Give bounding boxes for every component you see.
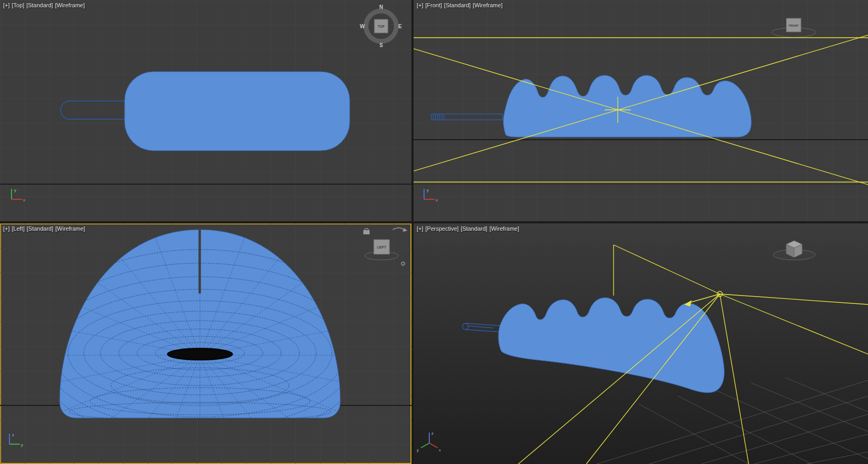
viewport-front[interactable]: [+] [Front] [Standard] [Wireframe] bbox=[414, 0, 868, 221]
viewport-menu-renderer[interactable]: [Standard] bbox=[27, 225, 53, 232]
axis-h-label: x bbox=[436, 198, 438, 202]
axis-gizmo-perspective: z x y bbox=[417, 431, 441, 452]
front-view-canvas: FRONT y x bbox=[414, 0, 868, 221]
compass-east[interactable]: E bbox=[398, 24, 402, 29]
viewport-menu-renderer[interactable]: [Standard] bbox=[26, 2, 53, 8]
viewport-front-label: [+] [Front] [Standard] [Wireframe] bbox=[417, 2, 503, 8]
viewcube-face-label[interactable]: LEFT bbox=[377, 245, 386, 249]
viewcube-face-label[interactable]: FRONT bbox=[789, 24, 799, 27]
popsicle-body-perspective[interactable] bbox=[498, 298, 724, 393]
compass-west[interactable]: W bbox=[360, 24, 365, 29]
viewport-menu-general[interactable]: [+] bbox=[3, 2, 10, 8]
perspective-view-canvas: z x y bbox=[414, 223, 868, 464]
popsicle-stick-perspective[interactable] bbox=[463, 323, 504, 332]
viewport-left[interactable]: [+] [Left] [Standard] [Wireframe] bbox=[0, 223, 411, 464]
stick-socket bbox=[168, 348, 232, 360]
viewport-menu-pov[interactable]: [Left] bbox=[12, 225, 25, 232]
ground-grid-perspective bbox=[597, 378, 868, 464]
viewport-menu-shading[interactable]: [Wireframe] bbox=[489, 225, 519, 232]
bump-seam-grid bbox=[198, 230, 201, 293]
viewport-menu-general[interactable]: [+] bbox=[3, 225, 10, 232]
viewport-perspective-label: [+] [Perspective] [Standard] [Wireframe] bbox=[417, 225, 519, 232]
axis-z-label: z bbox=[431, 431, 433, 436]
viewport-menu-shading[interactable]: [Wireframe] bbox=[55, 225, 85, 232]
axis-x-label: x bbox=[439, 448, 441, 452]
viewport-menu-pov[interactable]: [Perspective] bbox=[426, 225, 459, 232]
viewport-perspective[interactable]: [+] [Perspective] [Standard] [Wireframe] bbox=[414, 223, 868, 464]
viewport-menu-renderer[interactable]: [Standard] bbox=[444, 2, 471, 8]
viewport-top-label: [+] [Top] [Standard] [Wireframe] bbox=[3, 2, 85, 8]
left-view-canvas: LEFT z y bbox=[0, 223, 411, 464]
viewport-menu-general[interactable]: [+] bbox=[417, 2, 424, 8]
viewport-menu-general[interactable]: [+] bbox=[417, 225, 424, 232]
axis-v-label: y bbox=[14, 188, 16, 193]
viewport-menu-pov[interactable]: [Front] bbox=[426, 2, 442, 8]
axis-v-label: z bbox=[12, 433, 14, 437]
top-view-canvas: TOP N E S W y x bbox=[0, 0, 411, 221]
axis-h-label: x bbox=[23, 198, 25, 202]
compass-north[interactable]: N bbox=[379, 4, 383, 10]
viewcube-perspective[interactable] bbox=[773, 241, 815, 260]
viewport-menu-pov[interactable]: [Top] bbox=[12, 2, 25, 8]
axis-h-label: y bbox=[21, 443, 23, 447]
viewport-menu-shading[interactable]: [Wireframe] bbox=[55, 2, 85, 8]
viewport-top[interactable]: [+] [Top] [Standard] [Wireframe] TOP N bbox=[0, 0, 411, 221]
viewport-menu-shading[interactable]: [Wireframe] bbox=[473, 2, 503, 8]
axis-v-label: y bbox=[427, 188, 429, 193]
viewport-grid: [+] [Top] [Standard] [Wireframe] TOP N bbox=[0, 0, 868, 464]
viewcube-face-label[interactable]: TOP bbox=[377, 25, 385, 28]
viewport-menu-renderer[interactable]: [Standard] bbox=[461, 225, 487, 232]
popsicle-body-top[interactable] bbox=[125, 72, 350, 151]
compass-south[interactable]: S bbox=[380, 42, 383, 48]
lock-icon-body[interactable] bbox=[363, 230, 370, 234]
viewport-left-label: [+] [Left] [Standard] [Wireframe] bbox=[3, 225, 85, 232]
axis-y-label: y bbox=[417, 448, 419, 452]
